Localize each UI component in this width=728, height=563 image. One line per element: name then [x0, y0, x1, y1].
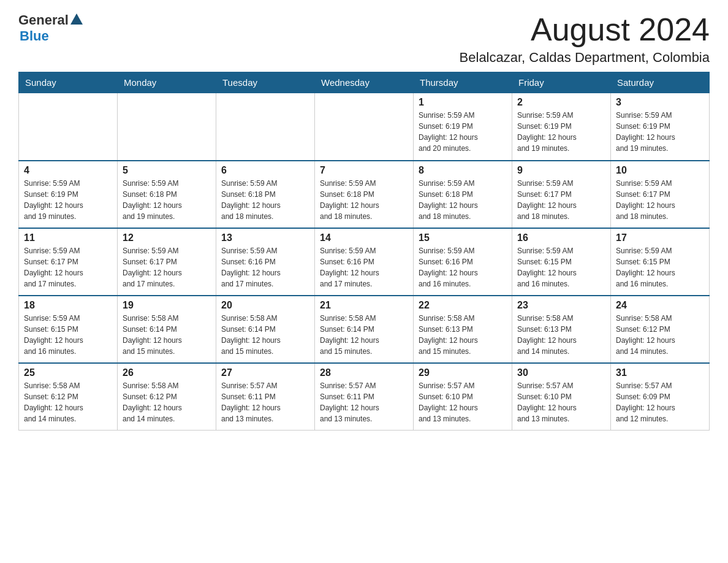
day-info: Sunrise: 5:59 AMSunset: 6:16 PMDaylight:… — [221, 245, 309, 289]
calendar-week-row: 1Sunrise: 5:59 AMSunset: 6:19 PMDaylight… — [19, 93, 710, 161]
day-info: Sunrise: 5:59 AMSunset: 6:17 PMDaylight:… — [517, 178, 605, 222]
day-info: Sunrise: 5:57 AMSunset: 6:09 PMDaylight:… — [616, 380, 704, 424]
day-number: 9 — [517, 165, 605, 176]
day-info: Sunrise: 5:58 AMSunset: 6:14 PMDaylight:… — [320, 313, 408, 357]
day-number: 19 — [123, 300, 211, 311]
month-title: August 2024 — [460, 12, 710, 47]
day-number: 31 — [616, 367, 704, 378]
calendar-cell: 28Sunrise: 5:57 AMSunset: 6:11 PMDayligh… — [315, 363, 414, 431]
day-info: Sunrise: 5:59 AMSunset: 6:19 PMDaylight:… — [419, 110, 507, 154]
calendar-cell: 25Sunrise: 5:58 AMSunset: 6:12 PMDayligh… — [19, 363, 118, 431]
calendar-week-row: 11Sunrise: 5:59 AMSunset: 6:17 PMDayligh… — [19, 228, 710, 296]
calendar-cell: 17Sunrise: 5:59 AMSunset: 6:15 PMDayligh… — [611, 228, 710, 296]
calendar-cell: 5Sunrise: 5:59 AMSunset: 6:18 PMDaylight… — [118, 161, 216, 228]
day-number: 13 — [221, 232, 309, 243]
day-info: Sunrise: 5:58 AMSunset: 6:14 PMDaylight:… — [123, 313, 211, 357]
calendar-cell: 30Sunrise: 5:57 AMSunset: 6:10 PMDayligh… — [512, 363, 611, 431]
calendar-cell: 14Sunrise: 5:59 AMSunset: 6:16 PMDayligh… — [315, 228, 414, 296]
day-number: 18 — [24, 300, 112, 311]
day-header-friday: Friday — [512, 72, 611, 93]
day-number: 5 — [123, 165, 211, 176]
day-info: Sunrise: 5:59 AMSunset: 6:17 PMDaylight:… — [24, 245, 112, 289]
day-info: Sunrise: 5:57 AMSunset: 6:10 PMDaylight:… — [419, 380, 507, 424]
day-number: 14 — [320, 232, 408, 243]
day-number: 27 — [221, 367, 309, 378]
day-info: Sunrise: 5:59 AMSunset: 6:18 PMDaylight:… — [221, 178, 309, 222]
day-number: 24 — [616, 300, 704, 311]
calendar-cell: 24Sunrise: 5:58 AMSunset: 6:12 PMDayligh… — [611, 296, 710, 363]
day-number: 22 — [419, 300, 507, 311]
day-info: Sunrise: 5:58 AMSunset: 6:12 PMDaylight:… — [616, 313, 704, 357]
day-number: 28 — [320, 367, 408, 378]
day-number: 7 — [320, 165, 408, 176]
day-number: 10 — [616, 165, 704, 176]
calendar-header-row: SundayMondayTuesdayWednesdayThursdayFrid… — [19, 72, 710, 93]
day-number: 12 — [123, 232, 211, 243]
calendar-table: SundayMondayTuesdayWednesdayThursdayFrid… — [18, 72, 710, 431]
calendar-cell: 23Sunrise: 5:58 AMSunset: 6:13 PMDayligh… — [512, 296, 611, 363]
logo-general-text: General — [18, 12, 69, 28]
day-number: 16 — [517, 232, 605, 243]
calendar-cell: 26Sunrise: 5:58 AMSunset: 6:12 PMDayligh… — [118, 363, 216, 431]
day-info: Sunrise: 5:58 AMSunset: 6:13 PMDaylight:… — [517, 313, 605, 357]
day-info: Sunrise: 5:59 AMSunset: 6:18 PMDaylight:… — [123, 178, 211, 222]
day-number: 11 — [24, 232, 112, 243]
day-info: Sunrise: 5:59 AMSunset: 6:19 PMDaylight:… — [616, 110, 704, 154]
day-number: 3 — [616, 97, 704, 108]
calendar-cell: 16Sunrise: 5:59 AMSunset: 6:15 PMDayligh… — [512, 228, 611, 296]
calendar-cell: 19Sunrise: 5:58 AMSunset: 6:14 PMDayligh… — [118, 296, 216, 363]
day-number: 4 — [24, 165, 112, 176]
calendar-cell — [19, 93, 118, 161]
calendar-week-row: 4Sunrise: 5:59 AMSunset: 6:19 PMDaylight… — [19, 161, 710, 228]
logo: General Blue — [18, 12, 83, 44]
calendar-week-row: 18Sunrise: 5:59 AMSunset: 6:15 PMDayligh… — [19, 296, 710, 363]
calendar-cell: 4Sunrise: 5:59 AMSunset: 6:19 PMDaylight… — [19, 161, 118, 228]
day-info: Sunrise: 5:59 AMSunset: 6:15 PMDaylight:… — [517, 245, 605, 289]
day-number: 30 — [517, 367, 605, 378]
day-number: 29 — [419, 367, 507, 378]
day-info: Sunrise: 5:58 AMSunset: 6:14 PMDaylight:… — [221, 313, 309, 357]
day-number: 1 — [419, 97, 507, 108]
day-header-thursday: Thursday — [414, 72, 512, 93]
calendar-cell: 15Sunrise: 5:59 AMSunset: 6:16 PMDayligh… — [414, 228, 512, 296]
calendar-cell: 2Sunrise: 5:59 AMSunset: 6:19 PMDaylight… — [512, 93, 611, 161]
calendar-cell: 9Sunrise: 5:59 AMSunset: 6:17 PMDaylight… — [512, 161, 611, 228]
calendar-cell: 13Sunrise: 5:59 AMSunset: 6:16 PMDayligh… — [216, 228, 315, 296]
logo-blue-text: Blue — [20, 28, 49, 44]
day-number: 2 — [517, 97, 605, 108]
day-info: Sunrise: 5:57 AMSunset: 6:11 PMDaylight:… — [320, 380, 408, 424]
day-info: Sunrise: 5:58 AMSunset: 6:12 PMDaylight:… — [123, 380, 211, 424]
location-title: Belalcazar, Caldas Department, Colombia — [460, 50, 710, 66]
day-info: Sunrise: 5:59 AMSunset: 6:19 PMDaylight:… — [517, 110, 605, 154]
calendar-cell — [118, 93, 216, 161]
page-header: General Blue August 2024 Belalcazar, Cal… — [18, 12, 710, 66]
calendar-cell: 7Sunrise: 5:59 AMSunset: 6:18 PMDaylight… — [315, 161, 414, 228]
day-info: Sunrise: 5:59 AMSunset: 6:15 PMDaylight:… — [616, 245, 704, 289]
calendar-cell: 21Sunrise: 5:58 AMSunset: 6:14 PMDayligh… — [315, 296, 414, 363]
calendar-cell — [216, 93, 315, 161]
day-info: Sunrise: 5:58 AMSunset: 6:13 PMDaylight:… — [419, 313, 507, 357]
calendar-week-row: 25Sunrise: 5:58 AMSunset: 6:12 PMDayligh… — [19, 363, 710, 431]
calendar-cell: 1Sunrise: 5:59 AMSunset: 6:19 PMDaylight… — [414, 93, 512, 161]
day-info: Sunrise: 5:59 AMSunset: 6:18 PMDaylight:… — [419, 178, 507, 222]
day-info: Sunrise: 5:58 AMSunset: 6:12 PMDaylight:… — [24, 380, 112, 424]
day-info: Sunrise: 5:59 AMSunset: 6:15 PMDaylight:… — [24, 313, 112, 357]
day-header-sunday: Sunday — [19, 72, 118, 93]
title-block: August 2024 Belalcazar, Caldas Departmen… — [460, 12, 710, 66]
day-number: 6 — [221, 165, 309, 176]
logo-triangle-icon — [70, 13, 83, 27]
day-header-wednesday: Wednesday — [315, 72, 414, 93]
day-number: 20 — [221, 300, 309, 311]
day-number: 15 — [419, 232, 507, 243]
day-number: 25 — [24, 367, 112, 378]
day-header-tuesday: Tuesday — [216, 72, 315, 93]
day-header-monday: Monday — [118, 72, 216, 93]
day-info: Sunrise: 5:59 AMSunset: 6:19 PMDaylight:… — [24, 178, 112, 222]
calendar-cell: 6Sunrise: 5:59 AMSunset: 6:18 PMDaylight… — [216, 161, 315, 228]
calendar-cell: 12Sunrise: 5:59 AMSunset: 6:17 PMDayligh… — [118, 228, 216, 296]
calendar-cell: 31Sunrise: 5:57 AMSunset: 6:09 PMDayligh… — [611, 363, 710, 431]
day-number: 23 — [517, 300, 605, 311]
day-number: 8 — [419, 165, 507, 176]
day-info: Sunrise: 5:59 AMSunset: 6:16 PMDaylight:… — [320, 245, 408, 289]
calendar-cell: 8Sunrise: 5:59 AMSunset: 6:18 PMDaylight… — [414, 161, 512, 228]
